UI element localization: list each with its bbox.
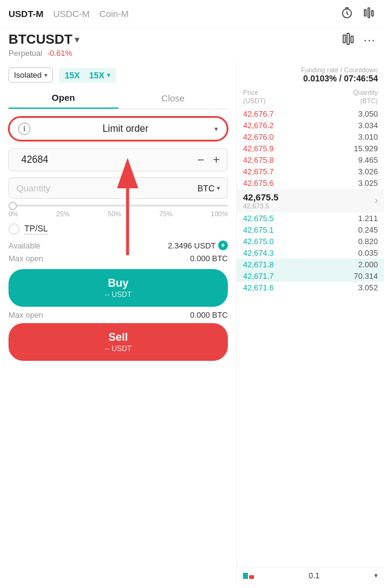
mid-chevron-icon[interactable]: › [375, 195, 378, 206]
ask-row[interactable]: 42,675.9 15.929 [237, 143, 384, 154]
ask-qty-7: 3.025 [358, 179, 378, 188]
funding-value: 0.0103% / 07:46:54 [243, 74, 378, 83]
price-value[interactable]: 42684 [16, 154, 197, 165]
order-type-label: Limit order [36, 123, 214, 134]
bid-row[interactable]: 42,674.3 0.035 [237, 247, 384, 259]
slider-label-0: 0% [9, 210, 18, 217]
ask-price-3: 42,676.0 [243, 132, 274, 142]
order-type-info-icon[interactable]: ℹ [18, 123, 30, 135]
bid-qty-2: 0.245 [358, 225, 378, 234]
price-increment[interactable]: + [213, 154, 220, 166]
bid-price-6: 42,671.7 [243, 272, 274, 281]
nav-coin-m[interactable]: Coin-M [100, 9, 129, 19]
bid-row[interactable]: 42,675.1 0.245 [237, 224, 384, 236]
max-open-buy-row: Max open 0.000 BTC [9, 254, 228, 263]
orderbook-header: Price(USDT) Quantity(BTC) [237, 86, 384, 108]
quantity-input-row: Quantity BTC ▾ [9, 177, 228, 199]
isolated-arrow: ▾ [44, 72, 47, 78]
tab-close[interactable]: Close [118, 87, 228, 109]
slider-label-25: 25% [57, 210, 70, 217]
ask-qty-2: 3.034 [358, 121, 378, 130]
ask-price-2: 42,676.2 [243, 121, 274, 130]
ask-row[interactable]: 42,675.7 3.026 [237, 166, 384, 177]
right-panel: Funding rate / Countdown 0.0103% / 07:46… [237, 63, 384, 584]
quantity-unit[interactable]: BTC ▾ [197, 183, 220, 193]
bid-row[interactable]: 42,671.7 70.314 [237, 270, 384, 282]
ask-row[interactable]: 42,676.0 3.010 [237, 131, 384, 143]
nav-icons [340, 6, 375, 21]
ask-row[interactable]: 42,676.2 3.034 [237, 120, 384, 131]
top-nav: USDT-M USDC-M Coin-M [0, 0, 384, 28]
max-open-sell-label: Max open [9, 310, 43, 320]
ask-qty-3: 3.010 [358, 132, 378, 142]
margin-row: Isolated ▾ 15X 15X ▾ [0, 63, 236, 87]
svg-rect-6 [351, 36, 354, 43]
price-change: -0.61% [47, 49, 72, 58]
svg-rect-1 [365, 10, 366, 16]
ask-row[interactable]: 42,676.7 3.050 [237, 108, 384, 120]
isolated-label: Isolated [14, 70, 42, 80]
ask-qty-6: 3.026 [358, 167, 378, 176]
tpsl-label: TP/SL [24, 224, 48, 234]
ask-row[interactable]: 42,675.8 9.465 [237, 154, 384, 166]
bid-price-2: 42,675.1 [243, 225, 274, 234]
perp-row: Perpetual -0.61% [0, 49, 384, 63]
bid-row[interactable]: 42,671.6 3.052 [237, 282, 384, 293]
ask-price-5: 42,675.8 [243, 156, 274, 165]
svg-rect-4 [343, 35, 346, 43]
symbol-row: BTCUSDT ▾ ··· [0, 28, 384, 49]
bid-row[interactable]: 42,671.8 2.000 [237, 259, 384, 270]
bid-qty-6: 70.314 [354, 272, 378, 281]
bid-qty-1: 1.211 [358, 214, 378, 223]
funding-box: Funding rate / Countdown 0.0103% / 07:46… [237, 63, 384, 86]
ask-qty-5: 9.465 [358, 156, 378, 165]
mid-price-block: 42,675.5 42,673.5 [243, 192, 278, 210]
bid-row[interactable]: 42,675.0 0.820 [237, 236, 384, 247]
max-open-buy-label: Max open [9, 254, 43, 263]
sell-button[interactable]: Sell -- USDT [9, 323, 228, 361]
order-type-selector[interactable]: ℹ Limit order ▾ [9, 117, 228, 141]
nav-usdc-m[interactable]: USDC-M [53, 9, 90, 19]
tpsl-checkbox[interactable] [9, 224, 19, 234]
available-amount: 2.3496 USDT [168, 241, 216, 250]
isolated-button[interactable]: Isolated ▾ [9, 67, 53, 83]
leverage-button[interactable]: 15X 15X ▾ [59, 68, 116, 83]
lot-sq-red [249, 575, 254, 579]
symbol-chevron[interactable]: ▾ [75, 35, 79, 44]
symbol-name[interactable]: BTCUSDT ▾ [9, 32, 79, 47]
add-funds-icon[interactable]: + [218, 241, 228, 250]
bid-qty-3: 0.820 [358, 237, 378, 246]
ask-qty-1: 3.050 [358, 109, 378, 118]
bid-qty-7: 3.052 [358, 283, 378, 292]
candlestick-icon[interactable] [341, 32, 355, 47]
price-input-row: 42684 − + [9, 148, 228, 171]
ask-rows: 42,676.7 3.050 42,676.2 3.034 42,676.0 3… [237, 108, 384, 189]
lot-size-arrow[interactable]: ▾ [374, 572, 378, 579]
ask-qty-4: 15.929 [354, 144, 378, 153]
bid-row[interactable]: 42,675.5 1.211 [237, 213, 384, 224]
symbol-actions: ··· [341, 32, 375, 47]
buy-button[interactable]: Buy -- USDT [9, 269, 228, 307]
buy-label: Buy [108, 277, 128, 290]
bid-qty-4: 0.035 [358, 248, 378, 258]
slider-thumb[interactable] [9, 202, 17, 210]
lot-size-icon [243, 573, 254, 579]
slider-track[interactable] [9, 205, 228, 207]
ask-price-4: 42,675.9 [243, 144, 274, 153]
bid-rows: 42,675.5 1.211 42,675.1 0.245 42,675.0 0… [237, 213, 384, 293]
chart-icon[interactable] [362, 6, 375, 21]
tab-open[interactable]: Open [9, 87, 118, 109]
lot-size-value: 0.1 [309, 571, 320, 580]
mid-price-row: 42,675.5 42,673.5 › [237, 189, 384, 213]
max-open-buy-value: 0.000 BTC [190, 254, 228, 263]
order-type-arrow: ▾ [214, 125, 218, 133]
svg-rect-5 [347, 33, 349, 44]
tpsl-row[interactable]: TP/SL [9, 224, 228, 234]
nav-usdt-m[interactable]: USDT-M [9, 9, 44, 19]
more-icon[interactable]: ··· [363, 33, 375, 47]
price-decrement[interactable]: − [197, 154, 205, 166]
timer-icon[interactable] [340, 6, 354, 21]
quantity-placeholder[interactable]: Quantity [16, 183, 197, 193]
leverage-arrow: ▾ [107, 72, 110, 78]
ask-row[interactable]: 42,675.6 3.025 [237, 177, 384, 189]
